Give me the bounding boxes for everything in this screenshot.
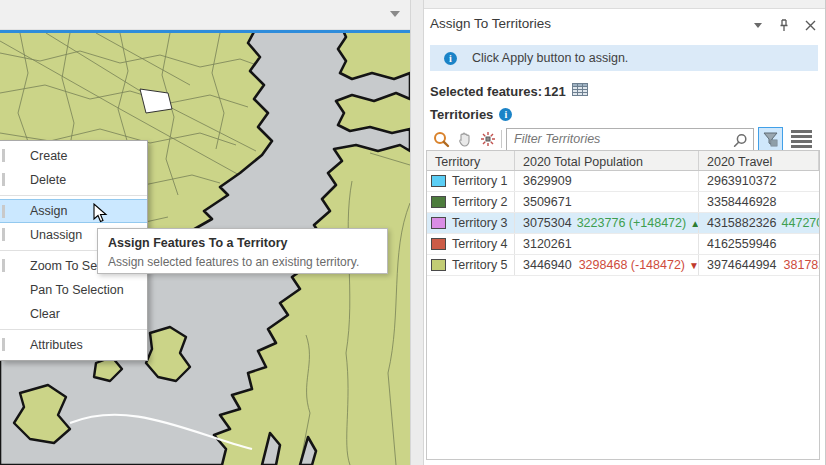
territories-info-icon[interactable]: i <box>499 108 512 121</box>
territory-name: Territory 5 <box>452 258 508 272</box>
menu-item-icon-stub <box>2 228 5 241</box>
magnifier-icon <box>433 131 450 148</box>
tooltip-title: Assign Features To a Territory <box>108 236 377 250</box>
menu-item-icon-stub <box>2 338 5 351</box>
table-row[interactable]: Territory 4 3120261 4162559946 <box>427 234 819 255</box>
table-row[interactable]: Territory 1 3629909 2963910372 <box>427 171 819 192</box>
travel-value: 3358446928 <box>707 195 777 209</box>
population-value: 3075304 <box>523 216 572 230</box>
territory-color-swatch[interactable] <box>431 238 446 250</box>
white-parcel <box>140 89 172 113</box>
territories-row: Territories i <box>430 107 512 122</box>
territory-color-swatch[interactable] <box>431 175 446 187</box>
panel-header: Assign To Territories <box>424 9 825 37</box>
menu-item-icon-stub <box>2 259 5 272</box>
territory-name: Territory 3 <box>452 216 508 230</box>
column-header-population[interactable]: 2020 Total Population <box>515 151 699 170</box>
map-top-strip <box>0 0 410 30</box>
territory-color-swatch[interactable] <box>431 196 446 208</box>
table-row[interactable]: Territory 5 3446940 3298468 (-148472) ▼ … <box>427 255 819 276</box>
flash-icon <box>480 131 496 147</box>
open-table-icon[interactable] <box>572 83 588 99</box>
trend-up-icon: ▲ <box>690 218 699 229</box>
menu-separator <box>0 195 147 196</box>
selected-features-count: 121 <box>544 84 566 99</box>
info-icon: i <box>444 52 457 65</box>
table-header: Territory 2020 Total Population 2020 Tra… <box>427 151 819 171</box>
column-header-territory[interactable]: Territory <box>427 151 515 170</box>
population-value: 3446940 <box>523 258 572 272</box>
territories-toolbar <box>430 127 820 151</box>
menu-item-attributes[interactable]: Attributes <box>0 333 147 357</box>
menu-item-pan-to-selection[interactable]: Pan To Selection <box>0 278 147 302</box>
menu-item-icon-stub <box>2 149 5 162</box>
menu-item-clear[interactable]: Clear <box>0 302 147 326</box>
filter-territories-input[interactable] <box>507 129 753 150</box>
population-pending-value: 3298468 (-148472) <box>579 258 685 272</box>
territory-name: Territory 4 <box>452 237 508 251</box>
pin-icon[interactable] <box>777 18 791 32</box>
hand-icon <box>457 131 473 147</box>
territories-menu-button[interactable] <box>788 127 814 151</box>
search-icon[interactable] <box>733 133 748 152</box>
territory-color-swatch[interactable] <box>431 217 446 229</box>
panel-chrome-strip <box>424 0 825 9</box>
travel-pending-value: 3817826 <box>784 258 819 272</box>
pane-menu-caret-icon[interactable] <box>751 18 765 32</box>
zoom-to-territory-button[interactable] <box>430 128 453 150</box>
menu-item-icon-stub <box>2 173 5 186</box>
territory-name: Territory 2 <box>452 195 508 209</box>
territory-name: Territory 1 <box>452 174 508 188</box>
tooltip-body: Assign selected features to an existing … <box>108 255 377 269</box>
info-banner-text: Click Apply button to assign. <box>472 51 628 65</box>
table-row-selected[interactable]: Territory 3 3075304 3223776 (+148472) ▲ … <box>427 213 819 234</box>
selected-features-row: Selected features: 121 <box>430 83 588 99</box>
menu-item-icon-stub <box>2 205 5 218</box>
travel-value: 4162559946 <box>707 237 777 251</box>
map-strip-caret-icon[interactable] <box>390 11 400 17</box>
panel-title: Assign To Territories <box>430 16 551 31</box>
territories-table: Territory 2020 Total Population 2020 Tra… <box>426 150 820 460</box>
filter-territories-box <box>506 128 754 151</box>
territories-label: Territories <box>430 107 493 122</box>
funnel-icon <box>763 132 778 147</box>
toolbar-separator <box>501 130 502 148</box>
menu-separator <box>0 329 147 330</box>
population-value: 3629909 <box>523 174 572 188</box>
active-view-indicator <box>0 30 410 33</box>
travel-pending-value: 4472700 <box>782 216 819 230</box>
flash-territory-button[interactable] <box>476 128 499 150</box>
column-header-travel[interactable]: 2020 Travel <box>699 151 819 170</box>
travel-value: 3974644994 <box>707 258 777 272</box>
info-banner: i Click Apply button to assign. <box>430 45 818 71</box>
assign-to-territories-pane: Assign To Territories i Click Apply butt… <box>424 0 826 465</box>
menu-item-assign[interactable]: Assign <box>0 199 147 223</box>
pane-splitter[interactable] <box>410 0 424 465</box>
menu-item-create[interactable]: Create <box>0 144 147 168</box>
mouse-cursor <box>93 203 108 228</box>
population-value: 3120261 <box>523 237 572 251</box>
population-value: 3509671 <box>523 195 572 209</box>
selected-features-label: Selected features: <box>430 84 542 99</box>
close-icon[interactable] <box>803 18 817 32</box>
travel-value: 4315882326 <box>707 216 777 230</box>
territory-color-swatch[interactable] <box>431 259 446 271</box>
menu-item-delete[interactable]: Delete <box>0 168 147 192</box>
filter-toggle-button[interactable] <box>758 127 783 151</box>
assign-tooltip: Assign Features To a Territory Assign se… <box>97 228 388 274</box>
trend-down-icon: ▼ <box>689 260 699 271</box>
travel-value: 2963910372 <box>707 174 777 188</box>
pan-to-territory-button[interactable] <box>453 128 476 150</box>
table-row[interactable]: Territory 2 3509671 3358446928 <box>427 192 819 213</box>
population-pending-value: 3223776 (+148472) <box>577 216 686 230</box>
